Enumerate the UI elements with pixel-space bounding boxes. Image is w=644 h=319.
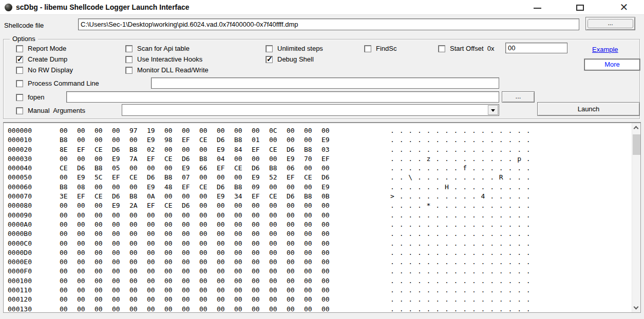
checkbox-box: ✓	[16, 45, 23, 52]
combo-dropdown-button[interactable]	[488, 105, 498, 115]
hex-address: 000030	[8, 154, 60, 164]
checkbox-box: ✓	[125, 56, 132, 63]
checkbox-manual-arguments[interactable]: ✓Manual Arguments	[16, 106, 85, 114]
hex-bytes: 00000000000000000000000000000000	[60, 220, 339, 229]
hex-bytes: 00000000000000000000000000000000	[60, 276, 339, 286]
checkbox-scan-for-api-table[interactable]: ✓Scan for Api table	[125, 44, 190, 52]
hex-row: 000030000000E97AEFCED6B804000000E970EF. …	[8, 154, 632, 164]
checkbox-monitor-dll-read-write[interactable]: ✓Monitor DLL Read/Write	[125, 66, 209, 74]
checkbox-fopen[interactable]: ✓fopen	[16, 93, 45, 101]
checkbox-box: ✓	[16, 94, 23, 101]
checkbox-debug-shell[interactable]: ✓Debug Shell	[266, 55, 314, 63]
hex-address: 000050	[8, 173, 60, 182]
hex-address: 000090	[8, 211, 60, 220]
hex-address: 0000E0	[8, 257, 60, 267]
checkbox-box: ✓	[16, 80, 23, 87]
checkbox-no-rw-display[interactable]: ✓No RW Display	[16, 66, 73, 74]
checkbox-box: ✓	[364, 45, 371, 52]
hex-address: 0000C0	[8, 239, 60, 248]
hex-dump-panel: 0000000000000097190000000000000C000000. …	[3, 122, 641, 313]
hex-bytes: 8EEFCED6B802000000E984EFCED6B803	[60, 145, 339, 154]
close-button[interactable]: ✕	[612, 0, 636, 15]
checkbox-start-offset[interactable]: ✓Start Offset 0x	[438, 44, 494, 52]
checkbox-box: ✓	[266, 56, 273, 63]
hex-row: 00009000000000000000000000000000000000. …	[8, 211, 632, 220]
process-command-line-input[interactable]	[151, 77, 499, 89]
hex-ascii: . . . . . . . . . . . . . . . .	[390, 229, 531, 238]
checkbox-use-interactive-hooks[interactable]: ✓Use Interactive Hooks	[125, 55, 202, 63]
hex-bytes: 0000000097190000000000000C000000	[60, 126, 339, 135]
window-title: scDbg - libemu Shellcode Logger Launch I…	[16, 3, 190, 11]
hex-address: 000110	[8, 286, 60, 295]
manual-arguments-combo[interactable]	[122, 104, 499, 116]
hex-bytes: 000000E92AEFCED60000000000000000	[60, 201, 339, 210]
hex-ascii: . . . . . . . . . . . . . . . .	[390, 257, 531, 267]
hex-bytes: B800000000E998EFCED6B801000000E9	[60, 135, 339, 145]
hex-bytes: B808000000E948EFCED6B809000000E9	[60, 183, 339, 192]
hex-ascii: . . . . . . . . . . . . . . . .	[390, 276, 531, 286]
hex-ascii: . . . . . . . . . . . . . . . .	[390, 145, 531, 154]
hex-bytes: 000000E97AEFCED6B804000000E970EF	[60, 154, 339, 164]
checkbox-box: ✓	[125, 67, 132, 74]
browse-file-button[interactable]: ...	[585, 17, 635, 30]
hex-row: 0000703EEFCED6B80A000000E934EFCED6B80B> …	[8, 192, 632, 201]
vertical-scrollbar[interactable]	[632, 123, 640, 312]
checkbox-report-mode[interactable]: ✓Report Mode	[16, 44, 66, 52]
hex-bytes: 00000000000000000000000000000000	[60, 239, 339, 248]
hex-ascii: . . . . . . . . . . . . . . . .	[390, 211, 531, 220]
hex-row: 0000000000000097190000000000000C000000. …	[8, 126, 632, 135]
check-icon: ✓	[17, 55, 23, 63]
hex-ascii: . . . . . . . . . . . . . . . .	[390, 305, 531, 313]
hex-row: 000040CED6B805000000E966EFCED6B8060000. …	[8, 164, 632, 173]
maximize-button[interactable]	[568, 0, 592, 15]
more-button[interactable]: More	[584, 59, 640, 70]
checkbox-box: ✓	[266, 45, 273, 52]
hex-ascii: . . . . . . H . . . . . . . . .	[390, 183, 531, 192]
maximize-icon	[576, 5, 584, 11]
minimize-button[interactable]	[525, 0, 549, 15]
hex-row: 0000E000000000000000000000000000000000. …	[8, 257, 632, 267]
hex-bytes: 00000000000000000000000000000000	[60, 248, 339, 257]
hex-address: 0000F0	[8, 267, 60, 276]
hex-address: 0000D0	[8, 248, 60, 257]
hex-address: 000080	[8, 201, 60, 210]
shellcode-file-input[interactable]	[78, 18, 579, 30]
hex-ascii: . . . . * . . . . . . . . . . .	[390, 201, 531, 210]
hex-address: 000100	[8, 276, 60, 286]
hex-row: 000060B808000000E948EFCED6B809000000E9. …	[8, 183, 632, 192]
hex-ascii: > . . . . . . . . . 4 . . . . .	[390, 192, 531, 201]
options-group-label: Options	[10, 35, 38, 43]
hex-row: 00012000000000000000000000000000000000. …	[8, 295, 632, 304]
hex-row: 00010000000000000000000000000000000000. …	[8, 276, 632, 286]
hex-row: 000080000000E92AEFCED60000000000000000. …	[8, 201, 632, 210]
hex-address: 0000A0	[8, 220, 60, 229]
chevron-up-icon	[634, 126, 639, 131]
scroll-down-button[interactable]	[632, 303, 641, 312]
hex-row: 00005000E95CEFCED6B807000000E952EFCED6. …	[8, 173, 632, 182]
example-link[interactable]: Example	[592, 46, 618, 53]
start-offset-input[interactable]	[505, 43, 567, 53]
scrollbar-thumb[interactable]	[633, 134, 640, 155]
hex-ascii: . . . . . . . . . . . . . . . .	[390, 239, 531, 248]
fopen-input[interactable]	[66, 91, 499, 103]
app-icon	[5, 4, 12, 11]
hex-row: 0000208EEFCED6B802000000E984EFCED6B803. …	[8, 145, 632, 154]
scroll-up-button[interactable]	[632, 123, 641, 132]
hex-rows: 0000000000000097190000000000000C000000. …	[4, 123, 632, 312]
hex-row: 0000A000000000000000000000000000000000. …	[8, 220, 632, 229]
hex-address: 000120	[8, 295, 60, 304]
hex-bytes: 00000000000000000000000000000000	[60, 295, 339, 304]
checkbox-unlimited-steps[interactable]: ✓Unlimited steps	[266, 44, 323, 52]
hex-ascii: . . . . z . . . . . . . . . p .	[390, 154, 531, 164]
launch-button[interactable]: Launch	[537, 102, 640, 116]
hex-row: 0000D000000000000000000000000000000000. …	[8, 248, 632, 257]
hex-bytes: 00000000000000000000000000000000	[60, 286, 339, 295]
chevron-down-icon	[491, 109, 495, 112]
checkbox-process-command-line[interactable]: ✓Process Command Line	[16, 79, 99, 87]
checkbox-box: ✓	[438, 45, 445, 52]
checkbox-findsc[interactable]: ✓FindSc	[364, 44, 396, 52]
checkbox-create-dump[interactable]: ✓Create Dump	[16, 55, 67, 63]
checkbox-box: ✓	[125, 45, 132, 52]
fopen-browse-button[interactable]: ...	[502, 91, 535, 103]
hex-address: 0000B0	[8, 229, 60, 238]
